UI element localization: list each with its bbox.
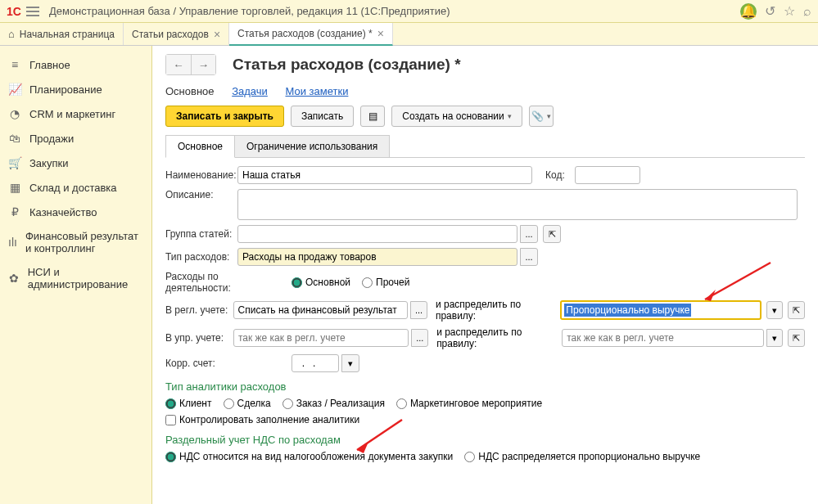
- tab-article-create[interactable]: Статья расходов (создание) * ×: [229, 23, 393, 46]
- korr-input[interactable]: [291, 354, 339, 372]
- dropdown-icon[interactable]: ▾: [766, 329, 784, 347]
- select-icon[interactable]: ...: [520, 225, 538, 243]
- sidebar-icon: ₽: [8, 205, 21, 218]
- distribute2-label: и распределить по правилу:: [436, 326, 557, 349]
- activity-main-radio[interactable]: Основной: [291, 277, 350, 288]
- attach-button[interactable]: 📎▾: [529, 106, 554, 127]
- sidebar-label: Финансовый результат и контроллинг: [25, 230, 143, 254]
- tab-articles[interactable]: Статьи расходов ×: [124, 23, 229, 45]
- upr-input[interactable]: [233, 329, 409, 347]
- vat-prop-radio[interactable]: НДС распределяется пропорционально выруч…: [464, 451, 700, 462]
- vat-doc-radio[interactable]: НДС относится на вид налогообложения док…: [165, 451, 453, 462]
- sidebar: ≡Главное📈Планирование◔CRM и маркетинг🛍Пр…: [0, 46, 152, 504]
- form-tab-restrict[interactable]: Ограничение использования: [234, 135, 390, 157]
- sidebar-icon: ✿: [8, 272, 20, 285]
- content: ← → Статья расходов (создание) * Основно…: [152, 46, 818, 504]
- bell-icon[interactable]: 🔔: [740, 3, 757, 20]
- sidebar-item-4[interactable]: 🛒Закупки: [0, 151, 151, 175]
- regl-input[interactable]: [233, 301, 409, 319]
- nav-buttons: ← →: [165, 54, 216, 75]
- vat-title: Раздельный учет НДС по расходам: [165, 434, 805, 446]
- subnav: Основное Задачи Мои заметки: [165, 85, 805, 97]
- list-button[interactable]: ▤: [360, 106, 385, 127]
- subnav-tasks[interactable]: Задачи: [232, 85, 268, 97]
- analytics-client-radio[interactable]: Клиент: [165, 398, 212, 409]
- sidebar-item-7[interactable]: ılıФинансовый результат и контроллинг: [0, 224, 151, 260]
- tab-label: Статья расходов (создание) *: [237, 28, 373, 39]
- sidebar-icon: 🛒: [8, 156, 21, 169]
- type-input[interactable]: [237, 248, 517, 266]
- activity-other-radio[interactable]: Прочей: [362, 277, 409, 288]
- control-checkbox[interactable]: Контролировать заполнение аналитики: [165, 414, 359, 425]
- desc-input[interactable]: [237, 189, 798, 220]
- select-icon[interactable]: ...: [410, 301, 427, 319]
- sidebar-item-6[interactable]: ₽Казначейство: [0, 200, 151, 224]
- sidebar-label: Планирование: [29, 83, 102, 96]
- open-icon[interactable]: ⇱: [788, 329, 805, 347]
- close-icon[interactable]: ×: [377, 27, 384, 40]
- dropdown-icon[interactable]: ▾: [766, 301, 784, 319]
- sidebar-label: Продажи: [29, 133, 74, 145]
- activity-label: Расходы по деятельности:: [165, 271, 280, 294]
- code-label: Код:: [545, 169, 570, 181]
- create-based-button[interactable]: Создать на основании▾: [391, 106, 522, 127]
- distribute2-input[interactable]: [562, 329, 763, 347]
- home-icon: ⌂: [8, 28, 15, 40]
- history-icon[interactable]: ↺: [765, 3, 775, 19]
- select-icon[interactable]: ...: [520, 248, 538, 266]
- dropdown-icon[interactable]: ▾: [341, 354, 359, 372]
- analytics-deal-radio[interactable]: Сделка: [224, 398, 271, 409]
- sidebar-item-8[interactable]: ✿НСИ и администрирование: [0, 260, 151, 296]
- tab-label: Статьи расходов: [132, 29, 209, 40]
- analytics-marketing-radio[interactable]: Маркетинговое мероприятие: [396, 398, 542, 409]
- sidebar-icon: 🛍: [8, 132, 21, 145]
- back-button[interactable]: ←: [166, 55, 191, 74]
- code-input[interactable]: [575, 166, 640, 184]
- titlebar: 1C Демонстрационная база / Управление то…: [0, 0, 818, 23]
- tab-label: Начальная страница: [20, 29, 115, 40]
- group-label: Группа статей:: [165, 228, 233, 240]
- search-icon[interactable]: ⌕: [803, 4, 811, 19]
- open-icon[interactable]: ⇱: [788, 301, 805, 319]
- sidebar-icon: ▦: [8, 181, 21, 194]
- close-icon[interactable]: ×: [214, 28, 220, 41]
- sidebar-icon: ≡: [8, 58, 21, 71]
- select-icon[interactable]: ...: [411, 329, 428, 347]
- form-tabs: Основное Ограничение использования: [165, 135, 805, 158]
- sidebar-item-1[interactable]: 📈Планирование: [0, 77, 151, 101]
- star-icon[interactable]: ☆: [784, 3, 795, 19]
- sidebar-icon: 📈: [8, 83, 21, 96]
- sidebar-label: НСИ и администрирование: [28, 266, 143, 290]
- sidebar-item-5[interactable]: ▦Склад и доставка: [0, 175, 151, 200]
- title-icons: 🔔 ↺ ☆ ⌕: [740, 3, 811, 20]
- save-close-button[interactable]: Записать и закрыть: [165, 106, 284, 127]
- menu-icon[interactable]: [26, 7, 39, 16]
- sidebar-label: Склад и доставка: [29, 182, 117, 194]
- name-label: Наименование:: [165, 169, 233, 181]
- sidebar-item-2[interactable]: ◔CRM и маркетинг: [0, 101, 151, 126]
- regl-label: В регл. учете:: [165, 304, 228, 316]
- save-button[interactable]: Записать: [291, 106, 354, 127]
- forward-button[interactable]: →: [191, 55, 215, 74]
- open-icon[interactable]: ⇱: [543, 225, 561, 243]
- group-input[interactable]: [237, 225, 517, 243]
- desc-label: Описание:: [165, 189, 233, 200]
- distribute-label: и распределить по правилу:: [436, 299, 555, 322]
- name-input[interactable]: [237, 166, 532, 184]
- subnav-notes[interactable]: Мои заметки: [285, 85, 348, 97]
- form-tab-main[interactable]: Основное: [165, 135, 235, 158]
- page-title: Статья расходов (создание) *: [233, 56, 461, 74]
- analytics-order-radio[interactable]: Заказ / Реализация: [282, 398, 385, 409]
- distribute-input[interactable]: Пропорционально выручке: [560, 300, 761, 320]
- sidebar-label: CRM и маркетинг: [29, 108, 115, 120]
- sidebar-icon: ılı: [8, 236, 17, 249]
- sidebar-label: Главное: [29, 59, 70, 71]
- sidebar-label: Закупки: [29, 157, 68, 169]
- subnav-main[interactable]: Основное: [165, 85, 215, 97]
- window-title: Демонстрационная база / Управление торго…: [49, 5, 740, 17]
- sidebar-item-0[interactable]: ≡Главное: [0, 52, 151, 77]
- sidebar-item-3[interactable]: 🛍Продажи: [0, 126, 151, 151]
- tab-home[interactable]: ⌂ Начальная страница: [0, 23, 124, 45]
- type-label: Тип расходов:: [165, 251, 233, 263]
- upr-label: В упр. учете:: [165, 332, 228, 344]
